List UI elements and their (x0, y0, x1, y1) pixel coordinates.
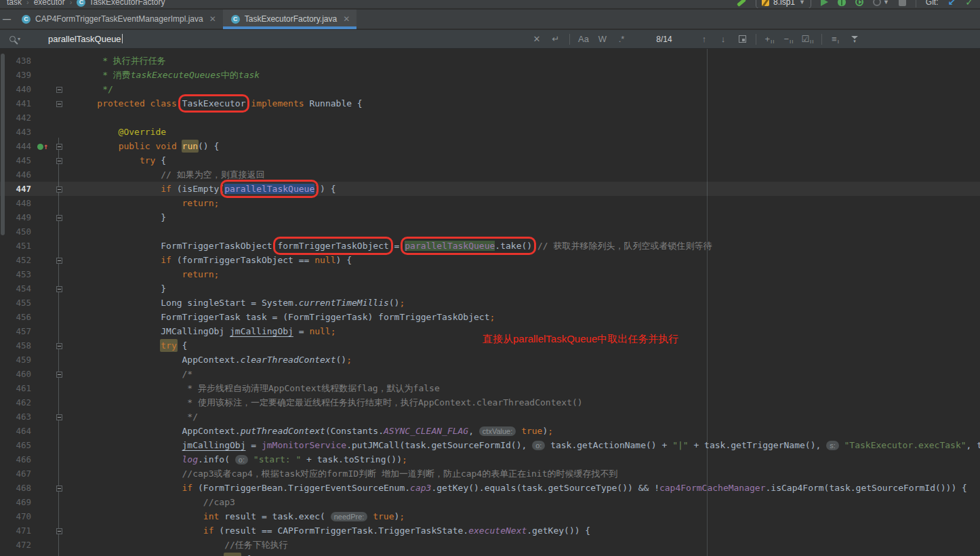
select-all-occurrences-icon[interactable]: ☑II (800, 33, 816, 46)
run-with-coverage-icon[interactable] (855, 0, 863, 6)
code-line[interactable]: 459 AppContext.clearThreadContext(); (0, 353, 980, 367)
words-icon[interactable]: W (594, 33, 611, 46)
line-number[interactable]: 443 (0, 125, 34, 139)
fold-marker[interactable] (56, 485, 62, 492)
line-number[interactable]: 464 (0, 424, 34, 438)
fold-marker[interactable] (56, 144, 62, 150)
line-number[interactable]: 466 (0, 452, 34, 466)
line-number[interactable]: 461 (0, 381, 34, 395)
next-occurrence-icon[interactable]: ↓ (715, 33, 731, 46)
code-line[interactable]: 465 jmCallingObj = jmMonitorService.putJ… (0, 438, 980, 452)
line-number[interactable]: 463 (0, 410, 34, 424)
git-commit-icon[interactable]: ✓ (965, 0, 973, 7)
code-line[interactable]: 450 (0, 224, 980, 239)
breadcrumb-item-executor[interactable]: executor (34, 0, 65, 7)
fold-marker[interactable] (56, 186, 62, 193)
fold-marker[interactable] (56, 101, 62, 107)
code-line[interactable]: 443 @Override (0, 125, 980, 139)
code-line[interactable]: 449 } (0, 210, 980, 224)
close-search-icon[interactable]: ✕ (529, 33, 545, 46)
code-line[interactable]: 439 * 消费taskExecuteQueues中的task (0, 68, 980, 82)
overrides-method-icon[interactable] (37, 144, 43, 150)
debug-icon[interactable] (838, 0, 846, 6)
line-number[interactable]: 452 (0, 253, 34, 267)
fold-marker[interactable] (56, 528, 62, 534)
code-line[interactable]: 456 FormTriggerTask task = (FormTriggerT… (0, 310, 980, 324)
git-update-icon[interactable]: ↙ (948, 0, 956, 7)
line-number[interactable]: 444 (0, 139, 34, 153)
code-line[interactable]: 441 protected class TaskExecutor impleme… (0, 96, 980, 111)
line-number[interactable]: 460 (0, 367, 34, 381)
breadcrumb-item-taskexecutorfactory[interactable]: CTaskExecutorFactory (77, 0, 165, 7)
line-number[interactable]: 455 (0, 296, 34, 310)
fold-marker[interactable] (56, 343, 62, 349)
line-number[interactable]: 456 (0, 310, 34, 324)
remove-occurrence-icon[interactable]: −II (781, 33, 797, 46)
code-line[interactable]: 471 if (result == CAPFormTriggerTask.Tri… (0, 523, 980, 538)
line-number[interactable]: 441 (0, 96, 34, 111)
line-number[interactable]: 468 (0, 481, 34, 495)
line-number[interactable]: 457 (0, 324, 34, 338)
line-number[interactable]: 447 (0, 182, 34, 196)
line-number[interactable]: 440 (0, 82, 34, 96)
search-in-selection-icon[interactable] (734, 33, 750, 46)
breadcrumb-item-task[interactable]: task (7, 0, 22, 7)
code-line[interactable]: 469 //cap3 (0, 495, 980, 509)
code-line[interactable]: 442 (0, 111, 980, 125)
line-number[interactable]: 470 (0, 509, 34, 523)
code-line[interactable]: 472 //任务下轮执行 (0, 538, 980, 552)
code-line[interactable]: 467 //cap3或者cap4，根据task对应的formID判断 增加一道判… (0, 466, 980, 481)
code-line[interactable]: 468 if (FormTriggerBean.TriggerEventSour… (0, 481, 980, 495)
code-editor[interactable]: 438 * 执行并行任务439 * 消费taskExecuteQueues中的t… (0, 49, 980, 556)
code-line[interactable]: 466 log.info( o: "start: " + task.toStri… (0, 452, 980, 466)
fold-marker[interactable] (56, 215, 62, 221)
match-case-icon[interactable]: Aa (575, 33, 592, 46)
code-line[interactable]: 452 if (formTriggerTaskObject == null) { (0, 253, 980, 267)
code-line[interactable]: 470 int result = task.exec( needPre: tru… (0, 509, 980, 523)
code-line[interactable]: 446 // 如果为空，则直接返回 (0, 167, 980, 182)
chevron-down-icon[interactable]: ▼ (883, 0, 889, 5)
code-line[interactable]: 447 if (isEmpty(parallelTaskQueue)) { (0, 182, 980, 196)
multiline-search-icon[interactable]: ≡I (828, 33, 844, 46)
line-number[interactable]: 459 (0, 353, 34, 367)
code-line[interactable]: 444↑ public void run() { (0, 139, 980, 153)
search-icon[interactable]: ▾ (9, 36, 20, 42)
line-number[interactable]: 473 (0, 552, 34, 556)
profiler-icon[interactable] (873, 0, 881, 6)
line-number[interactable]: 453 (0, 267, 34, 281)
line-number[interactable]: 471 (0, 523, 34, 538)
code-line[interactable]: 473 try { (0, 552, 980, 556)
fold-marker[interactable] (56, 158, 62, 164)
code-line[interactable]: 462 * 使用该标注，一定要确定最近线程任务执行结束时，执行AppContex… (0, 395, 980, 410)
line-number[interactable]: 449 (0, 210, 34, 224)
code-line[interactable]: 463 */ (0, 410, 980, 424)
line-number[interactable]: 446 (0, 167, 34, 182)
prev-occurrence-icon[interactable]: ↑ (696, 33, 712, 46)
newline-icon[interactable]: ↵ (548, 33, 564, 46)
add-occurrence-icon[interactable]: +II (762, 33, 778, 46)
run-icon[interactable] (821, 0, 828, 6)
code-line[interactable]: 461 * 异步线程自动清理AppContext线程数据flag，默认为fals… (0, 381, 980, 395)
run-config-selector[interactable]: 8.isp1 ▼ (756, 0, 811, 9)
code-line[interactable]: 464 AppContext.putThreadContext(Constant… (0, 424, 980, 438)
line-number[interactable]: 454 (0, 281, 34, 296)
line-number[interactable]: 451 (0, 239, 34, 253)
line-number[interactable]: 439 (0, 68, 34, 82)
line-number[interactable]: 448 (0, 196, 34, 210)
close-tab-icon[interactable]: ✕ (343, 14, 350, 24)
build-icon[interactable] (737, 0, 746, 6)
fold-marker[interactable] (56, 286, 62, 292)
close-tab-icon[interactable]: ✕ (209, 14, 216, 24)
code-line[interactable]: 448 return; (0, 196, 980, 210)
fold-marker[interactable] (56, 372, 62, 378)
line-number[interactable]: 445 (0, 153, 34, 167)
code-line[interactable]: 460 /* (0, 367, 980, 381)
line-number[interactable]: 465 (0, 438, 34, 452)
fold-marker[interactable] (56, 87, 62, 93)
fold-marker[interactable] (56, 258, 62, 264)
code-line[interactable]: 455 Long singleStart = System.currentTim… (0, 296, 980, 310)
line-number[interactable]: 467 (0, 466, 34, 481)
line-number[interactable]: 442 (0, 111, 34, 125)
regex-icon[interactable]: .* (613, 33, 630, 46)
code-line[interactable]: 454 } (0, 281, 980, 296)
